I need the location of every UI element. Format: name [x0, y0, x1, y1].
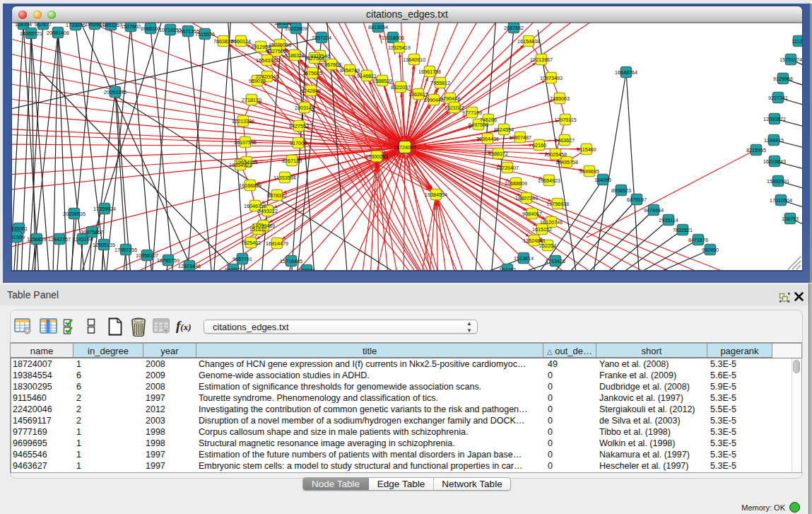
svg-text:6879197: 6879197 [627, 197, 647, 203]
svg-text:17010504: 17010504 [770, 197, 792, 204]
svg-text:9657791: 9657791 [233, 256, 252, 262]
svg-text:15692991: 15692991 [767, 178, 789, 185]
svg-text:19218506: 19218506 [382, 35, 404, 41]
svg-text:20691406: 20691406 [47, 30, 69, 36]
svg-text:8878332: 8878332 [267, 192, 287, 199]
svg-text:15226058: 15226058 [269, 42, 291, 48]
svg-text:2935114: 2935114 [659, 217, 678, 223]
svg-text:8186328: 8186328 [285, 52, 305, 59]
svg-text:16120746: 16120746 [540, 219, 563, 226]
svg-text:13640910: 13640910 [403, 57, 425, 63]
svg-text:1615152: 1615152 [532, 226, 552, 233]
svg-text:9790448: 9790448 [440, 95, 460, 102]
svg-text:9777169: 9777169 [462, 110, 482, 116]
svg-text:1733036: 1733036 [66, 23, 86, 28]
svg-text:17359924: 17359924 [93, 206, 116, 212]
svg-text:9463627: 9463627 [555, 137, 575, 144]
svg-text:15716485: 15716485 [280, 258, 302, 264]
svg-text:7386372: 7386372 [488, 151, 508, 157]
svg-text:151617: 151617 [249, 226, 266, 233]
svg-text:1145194: 1145194 [73, 236, 92, 243]
svg-text:8813054: 8813054 [368, 24, 388, 30]
svg-text:8938923: 8938923 [611, 187, 631, 194]
svg-text:19166829: 19166829 [239, 182, 261, 189]
svg-text:18724007: 18724007 [394, 144, 416, 151]
svg-text:16782759: 16782759 [157, 257, 180, 264]
svg-text:7857224: 7857224 [312, 35, 331, 41]
svg-text:164095: 164095 [594, 177, 611, 183]
svg-text:8322037: 8322037 [391, 84, 411, 90]
svg-text:16107553: 16107553 [234, 139, 257, 146]
svg-text:944502: 944502 [225, 267, 242, 271]
svg-text:391509: 391509 [12, 234, 25, 240]
svg-text:10025458: 10025458 [544, 151, 567, 158]
svg-text:16543382: 16543382 [256, 57, 278, 64]
svg-text:835061: 835061 [12, 226, 28, 232]
svg-text:6497508: 6497508 [469, 122, 488, 128]
svg-text:10958107: 10958107 [136, 252, 158, 259]
svg-text:3624554: 3624554 [494, 127, 514, 133]
svg-text:30975867: 30975867 [81, 229, 103, 235]
svg-text:10807487: 10807487 [509, 134, 531, 141]
svg-text:8267130: 8267130 [282, 158, 302, 164]
svg-text:10853267: 10853267 [100, 23, 122, 28]
svg-text:12505135: 12505135 [93, 242, 115, 248]
svg-text:16648764: 16648764 [615, 69, 637, 76]
svg-text:9115460: 9115460 [577, 146, 596, 153]
svg-text:18807249: 18807249 [515, 195, 538, 201]
svg-text:989015: 989015 [249, 78, 266, 84]
svg-text:20053346: 20053346 [104, 89, 126, 95]
svg-text:917006: 917006 [290, 140, 307, 146]
svg-text:19384554: 19384554 [425, 192, 447, 198]
svg-text:1733426: 1733426 [546, 258, 565, 264]
svg-text:10973493: 10973493 [540, 75, 563, 81]
svg-text:16033809: 16033809 [285, 25, 307, 32]
svg-text:12975115: 12975115 [554, 117, 576, 123]
svg-text:3675685: 3675685 [302, 70, 322, 76]
svg-text:9227341: 9227341 [768, 95, 788, 101]
svg-text:104482: 104482 [499, 267, 516, 271]
svg-text:973046: 973046 [298, 267, 315, 271]
svg-text:11125: 11125 [792, 38, 802, 45]
svg-text:7625402: 7625402 [241, 240, 261, 246]
svg-text:8660124: 8660124 [231, 38, 251, 45]
svg-text:7485003: 7485003 [550, 95, 570, 102]
svg-text:7663822: 7663822 [213, 38, 233, 45]
svg-text:2867608: 2867608 [322, 62, 341, 68]
svg-text:9699695: 9699695 [579, 168, 599, 175]
svg-text:20206535: 20206535 [63, 211, 86, 217]
svg-text:11325419: 11325419 [388, 45, 410, 51]
svg-text:1244415: 1244415 [764, 137, 784, 144]
svg-text:19756928: 19756928 [546, 201, 569, 207]
svg-text:1527602: 1527602 [121, 23, 141, 30]
svg-text:16914479: 16914479 [266, 240, 288, 247]
svg-text:2687682: 2687682 [504, 25, 524, 31]
svg-text:12942757: 12942757 [48, 236, 71, 243]
svg-text:12213389: 12213389 [232, 118, 254, 124]
svg-text:20364436: 20364436 [476, 136, 499, 142]
svg-text:15751074: 15751074 [779, 57, 802, 63]
svg-text:9327508: 9327508 [305, 55, 324, 62]
svg-text:10688609: 10688609 [505, 180, 527, 187]
svg-text:2718170: 2718170 [242, 97, 261, 103]
svg-text:15720407: 15720407 [496, 165, 519, 171]
svg-text:62160: 62160 [532, 142, 546, 148]
svg-text:252254: 252254 [539, 243, 556, 249]
svg-text:9242848: 9242848 [301, 88, 321, 94]
svg-text:16154838: 16154838 [517, 38, 540, 45]
svg-text:19654923: 19654923 [538, 177, 560, 184]
svg-text:6966160: 6966160 [141, 25, 160, 32]
svg-text:12093872: 12093872 [763, 116, 786, 122]
svg-text:8471676: 8471676 [688, 237, 708, 243]
svg-text:8215955: 8215955 [746, 147, 766, 153]
svg-text:8427552: 8427552 [289, 123, 309, 129]
svg-text:18495758: 18495758 [555, 159, 578, 165]
svg-text:16961758: 16961758 [418, 69, 441, 75]
svg-text:7632621: 7632621 [673, 227, 693, 233]
svg-text:128753: 128753 [782, 216, 799, 222]
svg-text:962877: 962877 [35, 23, 52, 28]
svg-text:9084067: 9084067 [522, 211, 542, 217]
svg-text:104394: 104394 [15, 23, 32, 28]
svg-text:16210643: 16210643 [763, 158, 786, 165]
svg-text:1513614: 1513614 [514, 255, 534, 262]
